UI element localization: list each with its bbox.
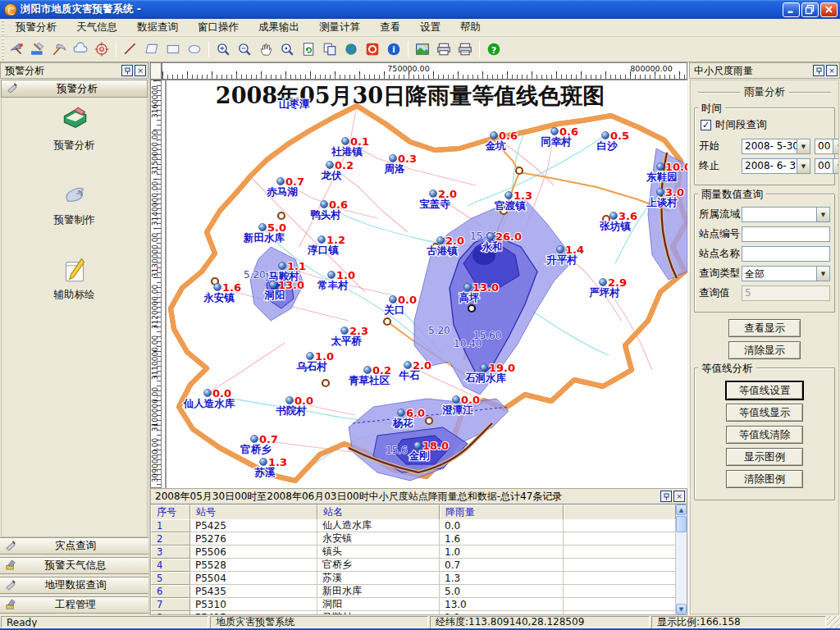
query-type-select[interactable]: 全部 ▼ — [742, 266, 830, 281]
map-station[interactable]: 2.9严坪村 — [588, 276, 627, 299]
table-row[interactable]: 2P5276永安镇1.6 — [151, 532, 676, 546]
map-station[interactable]: 1.0乌石村 — [296, 350, 334, 372]
table-column-header-1[interactable]: 站号 — [190, 504, 317, 520]
map-canvas[interactable]: 2008年05月30日降雨量等值线色斑图 山枣潭5.2010.4015.605.… — [162, 80, 687, 488]
table-row[interactable]: 3P5506镇头1.0 — [151, 546, 676, 559]
menu-item-4[interactable]: 成果输出 — [249, 18, 309, 37]
table-row[interactable]: 1P5425仙人造水库0.0 — [151, 519, 676, 532]
station-marker-icon[interactable] — [430, 190, 437, 198]
sidebar-item-2[interactable]: 地理数据查询 — [0, 577, 148, 594]
map-station[interactable]: 1.2淳口镇 — [307, 234, 345, 256]
chevron-down-icon[interactable]: ▼ — [833, 159, 839, 173]
rainfall-value-cell[interactable]: 0.0 — [440, 519, 564, 532]
show-legend-button[interactable]: 显示图例 — [726, 448, 803, 466]
map-station[interactable]: 0.0书院村 — [275, 395, 313, 417]
station-code-cell[interactable]: P5310 — [190, 598, 317, 611]
station-code-cell[interactable]: P5435 — [190, 585, 317, 598]
row-index-cell[interactable]: 5 — [151, 572, 190, 585]
station-code-input[interactable] — [742, 226, 830, 242]
map-station[interactable]: 2.0牛石 — [399, 359, 432, 381]
minimize-button[interactable] — [783, 2, 800, 17]
sidebar-item-3[interactable]: 工程管理 — [0, 596, 148, 614]
map-station[interactable]: 3.6张坊镇 — [599, 210, 637, 232]
scroll-down-icon[interactable]: ▼ — [676, 604, 687, 614]
chevron-down-icon[interactable]: ▼ — [797, 139, 810, 153]
station-name-input[interactable] — [742, 246, 830, 262]
toolbar-grip-handle[interactable] — [0, 37, 6, 62]
table-row[interactable]: 8P5415马鞍村1.1 — [151, 611, 676, 614]
station-marker-icon[interactable] — [610, 212, 618, 220]
station-code-cell[interactable]: P5504 — [190, 572, 317, 585]
menu-item-1[interactable]: 天气信息 — [66, 18, 127, 37]
station-marker-icon[interactable] — [390, 155, 397, 162]
station-marker-icon[interactable] — [204, 390, 212, 397]
draw-ellipse-icon[interactable] — [185, 39, 204, 59]
table-column-header-2[interactable]: 站名 — [317, 504, 440, 520]
query-value-input[interactable]: 5 — [742, 285, 830, 301]
menu-item-3[interactable]: 窗口操作 — [188, 18, 249, 37]
station-marker-icon[interactable] — [326, 162, 334, 169]
map-station[interactable]: 5.0新田水库 — [243, 221, 286, 244]
station-marker-icon[interactable] — [404, 362, 412, 369]
menu-grip-handle[interactable] — [0, 19, 6, 36]
map-station[interactable]: 2.0宝盖寺 — [419, 188, 457, 210]
draw-polygon-icon[interactable] — [142, 39, 162, 59]
station-marker-icon[interactable] — [551, 128, 559, 135]
station-marker-icon[interactable] — [364, 367, 372, 374]
map-station[interactable]: 0.0仙人造水库 — [183, 387, 235, 409]
station-name-cell[interactable]: 苏溪 — [317, 572, 440, 585]
table-row[interactable]: 6P5435新田水库5.0 — [151, 585, 676, 598]
start-date-select[interactable]: 2008- 5-30 ▼ — [742, 139, 810, 154]
draw-line-icon[interactable] — [121, 39, 140, 59]
print-map-icon[interactable] — [434, 39, 454, 59]
pin-icon[interactable] — [121, 65, 133, 76]
station-name-cell[interactable]: 新田水库 — [317, 585, 440, 598]
map-station[interactable]: 1.3苏溪 — [254, 456, 288, 478]
station-marker-icon[interactable] — [270, 281, 277, 289]
map-station[interactable]: 0.6金坑 — [485, 130, 518, 152]
end-date-select[interactable]: 2008- 6- 3 ▼ — [742, 158, 810, 174]
row-index-cell[interactable]: 2 — [151, 532, 190, 546]
water-axe-icon[interactable] — [28, 39, 48, 59]
station-name-cell[interactable]: 仙人造水库 — [317, 519, 440, 532]
station-marker-icon[interactable] — [307, 353, 314, 360]
map-station[interactable]: 0.1社港镇 — [331, 135, 369, 158]
station-marker-icon[interactable] — [341, 327, 349, 335]
station-marker-icon[interactable] — [657, 189, 664, 196]
table-column-header-0[interactable]: 序号 — [151, 504, 190, 520]
sidebar-item-aux-plot[interactable]: 辅助标绘 — [54, 253, 95, 302]
table-row[interactable]: 5P5504苏溪1.3 — [151, 572, 676, 585]
row-index-cell[interactable]: 7 — [151, 598, 190, 611]
close-icon[interactable]: × — [826, 65, 838, 76]
map-station[interactable]: 0.3周洛 — [384, 153, 418, 175]
station-code-cell[interactable]: P5528 — [190, 559, 317, 572]
rainfall-value-cell[interactable]: 1.1 — [440, 611, 564, 614]
pick-hammer-icon[interactable] — [49, 39, 69, 59]
station-marker-icon[interactable] — [600, 279, 607, 286]
close-icon[interactable]: × — [673, 491, 685, 502]
rainfall-value-cell[interactable]: 5.0 — [440, 585, 564, 598]
rainfall-value-cell[interactable]: 1.3 — [440, 572, 564, 585]
station-marker-icon[interactable] — [453, 396, 460, 404]
station-marker-icon[interactable] — [286, 397, 294, 404]
map-station[interactable]: 1.0常丰村 — [317, 269, 355, 291]
table-column-header-3[interactable]: 降雨量 — [440, 504, 564, 520]
station-marker-icon[interactable] — [437, 237, 445, 244]
rainfall-table[interactable]: 序号站号站名降雨量1P5425仙人造水库0.02P5276永安镇1.63P550… — [151, 504, 676, 614]
menu-item-2[interactable]: 数据查询 — [127, 18, 188, 37]
station-marker-icon[interactable] — [398, 409, 405, 417]
contour-show-button[interactable]: 等值线显示 — [726, 404, 803, 422]
zoom-extent-icon[interactable] — [277, 39, 297, 59]
row-index-cell[interactable]: 4 — [151, 559, 190, 572]
contour-clear-button[interactable]: 等值线清除 — [726, 426, 803, 444]
help-icon[interactable]: ? — [484, 39, 504, 59]
pin-icon[interactable] — [813, 65, 824, 76]
close-icon[interactable]: × — [135, 65, 146, 76]
menu-item-8[interactable]: 帮助 — [450, 18, 491, 37]
station-marker-icon[interactable] — [505, 192, 513, 199]
menu-item-5[interactable]: 测量计算 — [309, 18, 370, 37]
rainfall-value-cell[interactable]: 13.0 — [440, 598, 564, 611]
station-code-cell[interactable]: P5506 — [190, 546, 317, 559]
refresh-view-icon[interactable] — [299, 39, 318, 59]
resize-grip-icon[interactable] — [827, 616, 840, 628]
